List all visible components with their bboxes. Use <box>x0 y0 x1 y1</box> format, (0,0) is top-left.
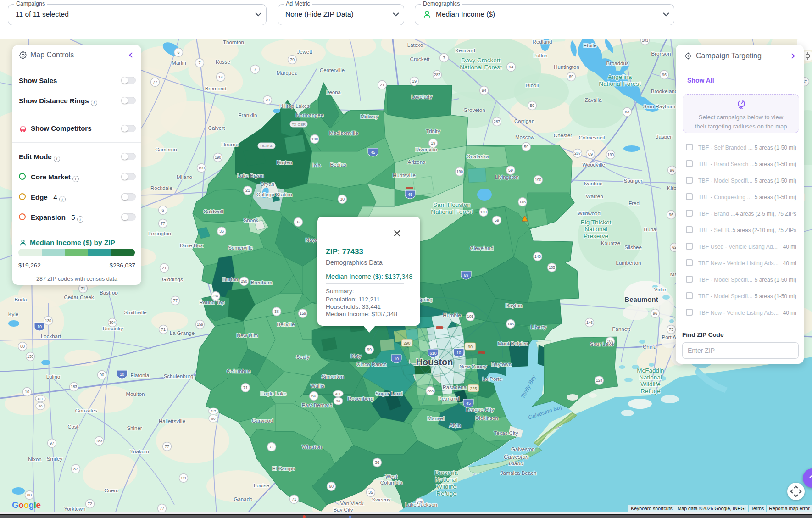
svg-text:Buda: Buda <box>15 297 27 302</box>
svg-text:Galveston: Galveston <box>504 454 528 460</box>
svg-text:Galveston: Galveston <box>511 446 535 452</box>
svg-text:146: 146 <box>507 322 514 326</box>
svg-text:Lockhart: Lockhart <box>41 334 61 339</box>
svg-text:League City: League City <box>466 407 494 412</box>
svg-text:111: 111 <box>181 476 187 480</box>
svg-text:105: 105 <box>549 265 555 270</box>
svg-text:287: 287 <box>574 151 581 156</box>
svg-text:Sweeny: Sweeny <box>372 497 391 502</box>
svg-text:Zavalla: Zavalla <box>584 97 602 103</box>
svg-text:21: 21 <box>380 83 384 87</box>
svg-text:77: 77 <box>153 80 157 84</box>
svg-text:Big Thicket: Big Thicket <box>581 219 612 226</box>
svg-text:146: 146 <box>586 320 593 325</box>
svg-text:59: 59 <box>530 103 534 108</box>
svg-text:77: 77 <box>161 221 165 226</box>
svg-text:124: 124 <box>596 378 602 383</box>
svg-text:80: 80 <box>27 493 32 497</box>
svg-text:Warren: Warren <box>586 194 603 199</box>
svg-text:Gonzales: Gonzales <box>75 408 98 413</box>
svg-text:10: 10 <box>456 351 461 355</box>
svg-text:6: 6 <box>177 50 179 55</box>
svg-text:96: 96 <box>669 212 673 217</box>
svg-text:Columbus: Columbus <box>227 368 250 374</box>
svg-text:146: 146 <box>534 254 541 259</box>
svg-text:National Forest: National Forest <box>431 208 473 215</box>
svg-text:Pearland: Pearland <box>438 396 459 401</box>
svg-text:Sealy: Sealy <box>296 354 310 360</box>
svg-text:Madisonville: Madisonville <box>329 130 358 136</box>
svg-text:Leona: Leona <box>326 89 341 95</box>
svg-text:94: 94 <box>482 88 486 93</box>
svg-text:69: 69 <box>588 152 593 156</box>
svg-text:183: 183 <box>96 439 102 443</box>
svg-text:Centerville: Centerville <box>320 67 345 73</box>
svg-text:103: 103 <box>642 39 648 43</box>
svg-text:94: 94 <box>509 65 513 69</box>
svg-text:Kennard: Kennard <box>455 48 475 53</box>
svg-text:Sam Rayburn: Sam Rayburn <box>643 104 675 109</box>
svg-text:Rosanky: Rosanky <box>103 326 123 331</box>
svg-text:Nixon: Nixon <box>28 457 41 462</box>
svg-text:Bastrop: Bastrop <box>100 290 118 295</box>
svg-text:New Ulm: New Ulm <box>237 333 258 338</box>
svg-text:Cuero: Cuero <box>104 488 118 493</box>
svg-text:Hilltop Lakes: Hilltop Lakes <box>279 103 310 109</box>
svg-text:Groveton: Groveton <box>463 107 485 113</box>
svg-text:146: 146 <box>519 200 526 204</box>
svg-text:Iola: Iola <box>312 162 321 168</box>
svg-text:Riverside: Riverside <box>415 147 437 152</box>
svg-text:China: China <box>643 344 657 350</box>
svg-text:90: 90 <box>100 373 104 377</box>
svg-text:Fred: Fred <box>628 201 640 206</box>
svg-text:79: 79 <box>265 98 270 102</box>
svg-text:Hearne: Hearne <box>221 142 239 147</box>
svg-text:190: 190 <box>456 169 463 174</box>
svg-text:14: 14 <box>218 75 223 79</box>
svg-text:Rosenberg: Rosenberg <box>348 396 373 401</box>
svg-text:Burton: Burton <box>222 277 238 282</box>
svg-text:Woodville: Woodville <box>582 162 605 167</box>
svg-text:Ganado: Ganado <box>234 496 253 502</box>
svg-text:Houston: Houston <box>416 357 453 367</box>
svg-text:45: 45 <box>371 150 375 155</box>
svg-text:Bryan: Bryan <box>261 181 274 187</box>
svg-text:35: 35 <box>368 490 373 495</box>
svg-text:59: 59 <box>524 145 528 149</box>
svg-text:Smiley: Smiley <box>47 456 63 462</box>
svg-text:Caldwell: Caldwell <box>203 209 223 214</box>
svg-text:Livingston: Livingston <box>495 174 519 180</box>
svg-text:Katy: Katy <box>350 353 361 359</box>
svg-text:Diboll: Diboll <box>526 83 539 88</box>
svg-text:Van Vleck: Van Vleck <box>340 501 364 506</box>
svg-text:Baytown: Baytown <box>491 362 512 367</box>
svg-text:Corrigan: Corrigan <box>514 118 534 124</box>
svg-text:Wildlife: Wildlife <box>640 381 661 388</box>
svg-text:10: 10 <box>120 372 124 377</box>
svg-text:Jamaica Beach: Jamaica Beach <box>501 470 537 476</box>
svg-text:45: 45 <box>408 192 412 197</box>
svg-text:237: 237 <box>212 294 219 298</box>
svg-text:36: 36 <box>375 460 379 465</box>
svg-text:Lovelady: Lovelady <box>411 94 432 100</box>
svg-text:190: 190 <box>198 166 205 170</box>
svg-text:Eagle Lake: Eagle Lake <box>260 391 287 396</box>
svg-text:90: 90 <box>39 404 43 408</box>
svg-text:Onalaska: Onalaska <box>467 154 489 159</box>
svg-text:60: 60 <box>311 394 316 398</box>
svg-text:Sam Houston: Sam Houston <box>433 201 471 208</box>
svg-text:Dime Box: Dime Box <box>180 243 203 248</box>
svg-text:190: 190 <box>535 178 541 182</box>
svg-text:Smithville: Smithville <box>124 310 146 315</box>
svg-text:Moulton: Moulton <box>126 391 145 397</box>
svg-text:National Forest: National Forest <box>460 64 502 71</box>
svg-text:71: 71 <box>81 286 85 291</box>
svg-text:Broaddus: Broaddus <box>606 61 628 66</box>
svg-text:Luling: Luling <box>46 374 61 379</box>
svg-text:West: West <box>385 474 398 479</box>
svg-text:45: 45 <box>466 401 471 406</box>
svg-text:Cinco Ranch: Cinco Ranch <box>356 362 387 367</box>
svg-text:ALT: ALT <box>38 397 44 401</box>
svg-text:Wildlife: Wildlife <box>436 483 456 490</box>
svg-text:Shiner: Shiner <box>127 425 142 431</box>
